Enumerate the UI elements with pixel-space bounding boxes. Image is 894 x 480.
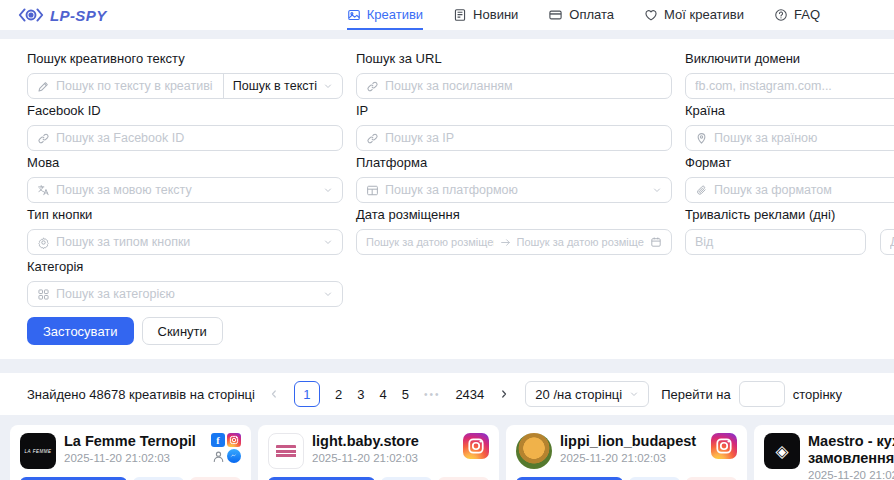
duration-to-field[interactable]	[890, 235, 894, 249]
filter-ip: IP	[356, 103, 672, 151]
field-label: Мова	[27, 155, 343, 171]
paperclip-icon	[695, 184, 708, 197]
advertiser-name: La Femme Ternopil	[64, 433, 203, 450]
filter-language: Мова	[27, 155, 343, 203]
category-field[interactable]	[56, 287, 317, 301]
nav-tab-my-creatives[interactable]: Мої креативи	[644, 0, 744, 30]
creative-text-field[interactable]	[56, 79, 214, 93]
instagram-icon[interactable]	[711, 433, 737, 459]
filter-placement-date: Дата розміщення	[356, 207, 672, 255]
filter-platform: Платформа	[356, 155, 672, 203]
page-number-last[interactable]: 2434	[455, 387, 484, 402]
prev-page-icon[interactable]	[269, 389, 279, 399]
next-page-icon[interactable]	[499, 389, 509, 399]
filter-ad-duration: Тривалість реклами (дні)	[685, 207, 894, 255]
page-number[interactable]: 4	[379, 387, 386, 402]
creative-card[interactable]: ◈ Maestro - кухні, меблі на замовлення в…	[754, 425, 894, 480]
creative-date: 2025-11-20 21:02:03	[560, 452, 703, 464]
reset-button[interactable]: Скинути	[142, 317, 223, 345]
platform-field[interactable]	[385, 183, 646, 197]
apply-button[interactable]: Застосувати	[27, 317, 134, 345]
chevron-down-icon	[629, 389, 639, 399]
link-icon	[366, 80, 379, 93]
nav-tab-payment[interactable]: Оплата	[548, 0, 614, 30]
pencil-icon	[37, 80, 50, 93]
url-input[interactable]	[356, 73, 672, 99]
creatives-grid: LA FEMME La Femme Ternopil 2025-11-20 21…	[0, 425, 894, 480]
button-type-select[interactable]	[27, 229, 343, 255]
table-grid-icon	[366, 184, 379, 197]
ip-input[interactable]	[356, 125, 672, 151]
facebook-icon[interactable]: f	[211, 433, 225, 447]
ip-field[interactable]	[385, 131, 662, 145]
chevron-down-icon	[323, 237, 333, 247]
format-field[interactable]	[714, 183, 894, 197]
creative-text-input[interactable]	[28, 74, 223, 98]
field-label: IP	[356, 103, 672, 119]
nav-tab-creatives[interactable]: Креативи	[347, 0, 423, 30]
page-number[interactable]: 5	[402, 387, 409, 402]
language-select[interactable]	[27, 177, 343, 203]
url-field[interactable]	[385, 79, 662, 93]
location-pin-icon	[695, 132, 708, 145]
advertiser-name: light.baby.store	[312, 433, 455, 450]
field-label: Пошук за URL	[356, 51, 672, 67]
person-icon[interactable]	[211, 449, 225, 463]
translate-icon	[37, 184, 50, 197]
country-input[interactable]	[685, 125, 894, 151]
page-number[interactable]: 2	[335, 387, 342, 402]
field-label: Виключити домени	[685, 51, 894, 67]
duration-from-field[interactable]	[695, 235, 856, 249]
duration-from-input[interactable]	[685, 229, 866, 255]
nav-tab-faq[interactable]: FAQ	[774, 0, 820, 30]
results-bar: Знайдено 48678 креативів на сторінці 1 2…	[0, 373, 894, 415]
creative-card[interactable]: lippi_lion_budapest 2025-11-20 21:02:03 …	[506, 425, 747, 480]
text-search-mode-select[interactable]: Пошук в тексті	[223, 74, 342, 98]
page-number-active[interactable]: 1	[294, 381, 320, 407]
page-size-select[interactable]: 20 /на сторінці	[525, 381, 649, 407]
top-header: LP-SPY Креативи Новини	[0, 0, 894, 30]
question-circle-icon	[774, 8, 788, 22]
creative-card[interactable]: LA FEMME La Femme Ternopil 2025-11-20 21…	[10, 425, 251, 480]
goto-page: Перейти на сторінку	[661, 381, 842, 407]
button-type-field[interactable]	[56, 235, 317, 249]
nav-tab-news[interactable]: Новини	[453, 0, 518, 30]
facebook-id-field[interactable]	[56, 131, 333, 145]
mode-label: Пошук в тексті	[233, 79, 317, 93]
gear-icon	[37, 236, 50, 249]
brand-logo[interactable]: LP-SPY	[18, 7, 107, 24]
format-select[interactable]	[685, 177, 894, 203]
page-size-value: 20 /на сторінці	[535, 387, 622, 402]
facebook-id-input[interactable]	[27, 125, 343, 151]
instagram-icon[interactable]	[463, 433, 489, 459]
country-field[interactable]	[714, 131, 894, 145]
avatar-logo	[276, 445, 296, 458]
chevron-down-icon	[323, 185, 333, 195]
page-number[interactable]: 3	[357, 387, 364, 402]
instagram-icon[interactable]	[227, 433, 241, 447]
calendar-icon	[650, 236, 662, 248]
exclude-domains-field[interactable]	[695, 79, 894, 93]
brand-name: LP-SPY	[50, 7, 107, 24]
filter-country: Країна	[685, 103, 894, 151]
date-to-field[interactable]	[517, 236, 645, 248]
messenger-icon[interactable]	[227, 449, 241, 463]
arrow-right-icon	[500, 237, 511, 248]
platform-select[interactable]	[356, 177, 672, 203]
category-select[interactable]	[27, 281, 343, 307]
date-from-field[interactable]	[366, 236, 494, 248]
placement-date-range-picker[interactable]	[356, 229, 672, 255]
language-field[interactable]	[56, 183, 317, 197]
grid-icon	[37, 288, 50, 301]
image-icon	[347, 8, 361, 22]
field-label: Формат	[685, 155, 894, 171]
exclude-domains-input[interactable]	[685, 73, 894, 99]
creative-card[interactable]: light.baby.store 2025-11-20 21:02:03 3 d…	[258, 425, 499, 480]
nav-label: Мої креативи	[664, 7, 744, 22]
pagination-ellipsis[interactable]: •••	[424, 389, 441, 400]
field-label: Facebook ID	[27, 103, 343, 119]
filter-category: Категорія	[27, 259, 343, 307]
creative-date: 2025-11-20 21:02:03	[808, 469, 894, 480]
goto-page-input[interactable]	[739, 381, 785, 407]
duration-to-input[interactable]	[880, 229, 894, 255]
